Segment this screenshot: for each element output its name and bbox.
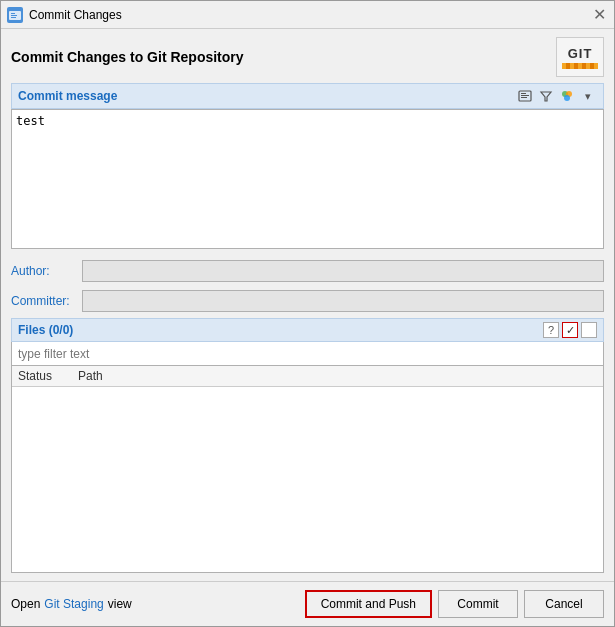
svg-rect-7 — [521, 97, 527, 98]
window-icon — [7, 7, 23, 23]
commit-message-icons: ▾ — [516, 87, 597, 105]
uncheck-all-icon[interactable] — [581, 322, 597, 338]
col-status: Status — [18, 369, 78, 383]
committer-row: Committer: — [11, 290, 604, 312]
template-icon[interactable] — [516, 87, 534, 105]
author-input[interactable] — [82, 260, 604, 282]
files-table: Status Path — [11, 366, 604, 573]
commit-and-push-button[interactable]: Commit and Push — [305, 590, 432, 618]
files-header: Files (0/0) ? — [11, 318, 604, 342]
committer-label: Committer: — [11, 294, 76, 308]
title-bar: Commit Changes ✕ — [1, 1, 614, 29]
footer: Open Git Staging view Commit and Push Co… — [1, 581, 614, 626]
commit-button[interactable]: Commit — [438, 590, 518, 618]
table-body — [12, 387, 603, 527]
svg-rect-2 — [11, 15, 17, 16]
git-logo-bar — [562, 63, 598, 69]
svg-marker-8 — [541, 92, 551, 101]
color-icon[interactable] — [558, 87, 576, 105]
filter-icon[interactable] — [537, 87, 555, 105]
git-staging-link[interactable]: Git Staging — [44, 597, 103, 611]
svg-rect-3 — [11, 17, 16, 18]
check-all-icon[interactable] — [562, 322, 578, 338]
content-area: Commit Changes to Git Repository GIT Com… — [1, 29, 614, 581]
svg-point-11 — [564, 95, 570, 101]
commit-message-title: Commit message — [18, 89, 117, 103]
author-label: Author: — [11, 264, 76, 278]
open-text: Open — [11, 597, 40, 611]
col-path: Path — [78, 369, 597, 383]
commit-message-section: Commit message — [11, 83, 604, 252]
close-button[interactable]: ✕ — [591, 7, 608, 23]
svg-rect-5 — [521, 93, 526, 94]
main-window: Commit Changes ✕ Commit Changes to Git R… — [0, 0, 615, 627]
title-bar-left: Commit Changes — [7, 7, 122, 23]
author-row: Author: — [11, 260, 604, 282]
git-logo: GIT — [556, 37, 604, 77]
footer-buttons: Commit and Push Commit Cancel — [305, 590, 604, 618]
window-title: Commit Changes — [29, 8, 122, 22]
help-icon[interactable]: ? — [543, 322, 559, 338]
header-row: Commit Changes to Git Repository GIT — [11, 37, 604, 77]
svg-rect-1 — [11, 13, 15, 14]
footer-left: Open Git Staging view — [11, 597, 305, 611]
cancel-button[interactable]: Cancel — [524, 590, 604, 618]
files-section: Files (0/0) ? Status Path — [11, 318, 604, 573]
filter-input[interactable] — [11, 342, 604, 366]
commit-message-input[interactable]: test — [11, 109, 604, 249]
files-title: Files (0/0) — [18, 323, 73, 337]
table-header: Status Path — [12, 366, 603, 387]
git-logo-text: GIT — [568, 46, 593, 61]
commit-message-header: Commit message — [11, 83, 604, 109]
svg-rect-6 — [521, 95, 529, 96]
view-text: view — [108, 597, 132, 611]
committer-input[interactable] — [82, 290, 604, 312]
page-title: Commit Changes to Git Repository — [11, 49, 244, 65]
files-icons: ? — [543, 322, 597, 338]
dropdown-icon[interactable]: ▾ — [579, 87, 597, 105]
